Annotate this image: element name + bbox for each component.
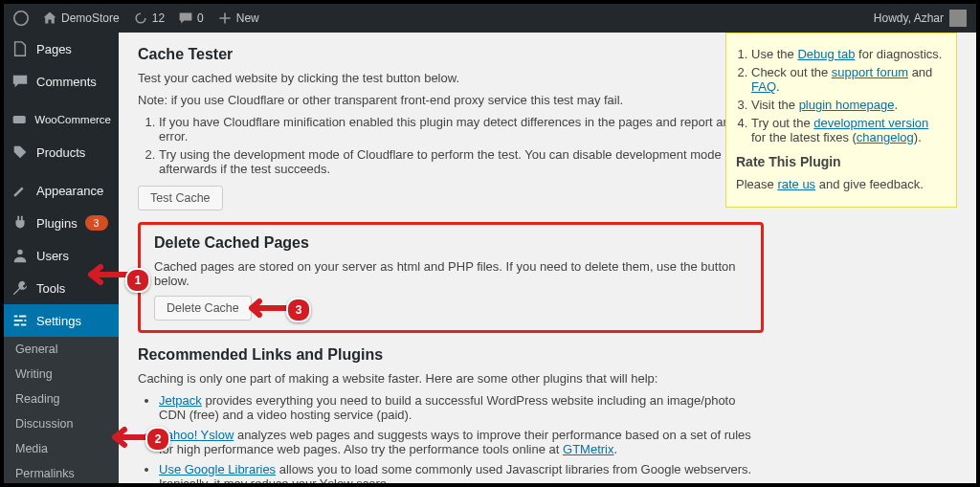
dev-version-link[interactable]: development version <box>813 116 928 130</box>
svg-rect-4 <box>19 316 26 318</box>
need-help-panel: Use the Debug tab for diagnostics. Check… <box>725 33 957 208</box>
sub-media[interactable]: Media <box>4 436 119 461</box>
cache-tester-p1: Test your cached website by clicking the… <box>138 71 731 85</box>
svg-rect-5 <box>14 320 23 321</box>
avatar[interactable] <box>949 10 967 27</box>
menu-pages[interactable]: Pages <box>4 33 119 65</box>
callout-3: 3 <box>286 298 311 322</box>
plugin-homepage-link[interactable]: plugin homepage <box>799 98 895 112</box>
cache-tester-li2: Try using the development mode of Cloudf… <box>159 147 752 176</box>
sub-general[interactable]: General <box>4 337 119 362</box>
main-content: Cache Tester Test your cached website by… <box>119 33 976 483</box>
menu-products[interactable]: Products <box>4 136 119 168</box>
recommended-heading: Recommended Links and Plugins <box>138 346 957 364</box>
svg-rect-7 <box>14 324 19 326</box>
site-name[interactable]: DemoStore <box>42 11 120 26</box>
wp-logo[interactable] <box>13 11 29 26</box>
menu-users[interactable]: Users <box>4 239 119 272</box>
menu-appearance[interactable]: Appearance <box>4 174 119 207</box>
changelog-link[interactable]: changelog <box>857 130 914 144</box>
settings-submenu: General Writing Reading Discussion Media… <box>4 337 119 487</box>
svg-point-0 <box>14 11 28 25</box>
svg-rect-1 <box>13 116 26 123</box>
menu-plugins[interactable]: Plugins3 <box>4 207 119 239</box>
sub-reading[interactable]: Reading <box>4 387 119 411</box>
menu-settings[interactable]: Settings <box>4 304 119 337</box>
svg-rect-8 <box>21 324 26 326</box>
delete-cache-button[interactable]: Delete Cache <box>154 296 252 321</box>
rate-heading: Rate This Plugin <box>736 154 947 169</box>
menu-comments[interactable]: Comments <box>4 65 119 98</box>
comments-count[interactable]: 0 <box>178 11 204 26</box>
svg-point-2 <box>17 250 22 255</box>
rate-us-link[interactable]: rate us <box>777 177 815 191</box>
rec-ugl: Use Google Libraries allows you to load … <box>159 462 762 483</box>
yslow-link[interactable]: Yahoo! Yslow <box>159 428 234 442</box>
faq-link[interactable]: FAQ <box>751 79 776 94</box>
sub-writing[interactable]: Writing <box>4 362 119 387</box>
rec-yslow: Yahoo! Yslow analyzes web pages and sugg… <box>159 428 762 456</box>
admin-sidebar: Pages Comments WooCommerce Products Appe… <box>4 33 119 483</box>
delete-cached-section: Delete Cached Pages Cached pages are sto… <box>138 222 764 333</box>
support-forum-link[interactable]: support forum <box>832 65 908 79</box>
updates[interactable]: 12 <box>133 11 165 26</box>
jetpack-link[interactable]: Jetpack <box>159 393 202 408</box>
cache-tester-li1: If you have Cloudflare minification enab… <box>159 115 752 144</box>
howdy-text[interactable]: Howdy, Azhar <box>874 11 944 25</box>
gtmetrix-link[interactable]: GTMetrix <box>563 442 613 456</box>
ugl-link[interactable]: Use Google Libraries <box>159 462 276 476</box>
svg-rect-3 <box>14 316 18 318</box>
recommended-intro: Caching is only one part of making a web… <box>138 371 741 386</box>
admin-bar: DemoStore 12 0 New Howdy, Azhar <box>4 4 976 33</box>
svg-rect-6 <box>25 320 27 321</box>
cache-tester-p2: Note: if you use Cloudflare or other tra… <box>138 93 731 107</box>
delete-cached-heading: Delete Cached Pages <box>154 234 747 252</box>
sub-permalinks[interactable]: Permalinks <box>4 461 119 486</box>
debug-tab-link[interactable]: Debug tab <box>797 47 855 61</box>
sub-discussion[interactable]: Discussion <box>4 411 119 436</box>
menu-woocommerce[interactable]: WooCommerce <box>4 103 119 136</box>
test-cache-button[interactable]: Test Cache <box>138 186 223 210</box>
rec-jetpack: Jetpack provides everything you need to … <box>159 393 762 422</box>
new-content[interactable]: New <box>217 11 259 26</box>
delete-cached-p: Cached pages are stored on your server a… <box>154 259 747 288</box>
menu-tools[interactable]: Tools <box>4 272 119 304</box>
plugin-update-badge: 3 <box>85 215 108 231</box>
